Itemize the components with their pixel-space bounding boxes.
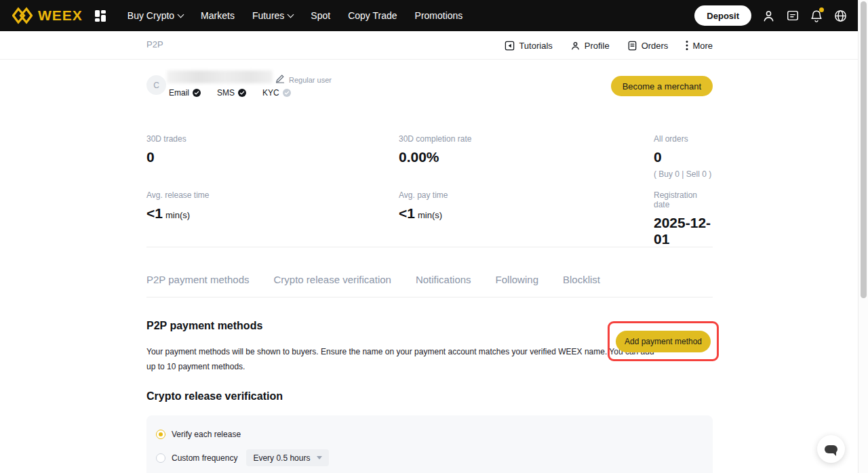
username-blurred (167, 70, 273, 83)
tab-p2p-payment-methods[interactable]: P2P payment methods (146, 274, 249, 285)
orders-link[interactable]: Orders (627, 41, 669, 51)
nav-item-buy-crypto[interactable]: Buy Crypto (119, 10, 192, 21)
chevron-down-icon (288, 12, 294, 18)
sms-verified: SMS (217, 88, 246, 98)
crypto-release-verification-title: Crypto release verification (146, 390, 283, 403)
frequency-dropdown[interactable]: Every 0.5 hours (246, 449, 329, 466)
logo-text: WEEX (38, 7, 83, 24)
chevron-down-icon (178, 12, 184, 18)
nav-right-cluster: Deposit (694, 0, 848, 31)
avatar[interactable]: C (146, 75, 166, 95)
tab-following[interactable]: Following (496, 274, 538, 285)
tutorials-icon (505, 41, 515, 51)
payment-methods-title: P2P payment methods (146, 320, 262, 332)
highlight-annotation-box: Add payment method (608, 321, 719, 361)
p2p-user-center: C Regular user Email SMS KYC Become a m (146, 60, 713, 473)
check-circle-icon (283, 89, 291, 97)
main-menu: Buy Crypto Markets Futures Spot Copy Tra… (119, 10, 472, 21)
top-nav: WEEX Buy Crypto Markets Futures Spot Co (0, 0, 868, 31)
check-circle-icon (193, 89, 201, 97)
kyc-unverified: KYC (262, 88, 291, 98)
tab-crypto-release-verification[interactable]: Crypto release verification (273, 274, 391, 285)
option-verify-each-release[interactable]: Verify each release (156, 430, 241, 439)
subnav-links: Tutorials Profile Orders More (505, 31, 713, 60)
add-payment-method-button[interactable]: Add payment method (616, 331, 711, 352)
support-chat-button[interactable] (817, 435, 845, 463)
payment-methods-description: Your payment methods will be shown to bu… (146, 344, 654, 374)
weex-logo[interactable]: WEEX (12, 7, 83, 24)
more-link[interactable]: More (686, 40, 713, 51)
verification-row: Email SMS KYC (169, 88, 291, 98)
orders-icon (627, 41, 637, 51)
divider (146, 247, 713, 247)
tab-blocklist[interactable]: Blocklist (563, 274, 600, 285)
tab-notifications[interactable]: Notifications (416, 274, 471, 285)
page-scrollbar[interactable] (858, 0, 868, 473)
language-globe-icon[interactable] (833, 9, 848, 23)
check-circle-icon (238, 89, 246, 97)
buy-sell-breakdown: ( Buy 0 | Sell 0 ) (654, 169, 711, 179)
profile-link[interactable]: Profile (570, 41, 610, 51)
more-dots-icon (686, 40, 688, 51)
nav-item-promotions[interactable]: Promotions (406, 10, 472, 21)
support-chat-icon[interactable] (786, 9, 800, 22)
nav-item-copy-trade[interactable]: Copy Trade (339, 10, 406, 21)
option-custom-frequency[interactable]: Custom frequency Every 0.5 hours (156, 449, 329, 466)
settings-tabs: P2P payment methods Crypto release verif… (146, 274, 600, 285)
divider (146, 297, 713, 297)
weex-logo-icon (12, 7, 33, 24)
stat-avg-release-time: Avg. release time <1min(s) (146, 190, 210, 222)
p2p-subheader: P2P Tutorials Profile Orders (0, 31, 859, 60)
tutorials-link[interactable]: Tutorials (505, 41, 552, 51)
stat-all-orders: All orders 0 ( Buy 0 | Sell 0 ) (654, 134, 711, 179)
profile-icon (570, 41, 580, 51)
stat-avg-pay-time: Avg. pay time <1min(s) (399, 190, 448, 222)
breadcrumb[interactable]: P2P (146, 39, 163, 49)
stat-30d-completion-rate: 30D completion rate 0.00% (399, 134, 471, 165)
nav-item-markets[interactable]: Markets (192, 10, 243, 21)
notification-dot (819, 7, 824, 12)
chat-bubble-icon (825, 445, 837, 453)
notifications-bell-icon[interactable] (810, 9, 823, 23)
email-verified: Email (169, 88, 201, 98)
deposit-button[interactable]: Deposit (694, 5, 751, 26)
radio-unselected[interactable] (156, 453, 165, 463)
nav-item-spot[interactable]: Spot (302, 10, 339, 21)
stat-30d-trades: 30D trades 0 (146, 134, 186, 165)
release-verification-panel: Verify each release Custom frequency Eve… (146, 415, 713, 473)
stat-registration-date: Registration date 2025-12-01 (654, 190, 713, 247)
scrollbar-thumb[interactable] (861, 1, 867, 298)
apps-grid-icon[interactable] (95, 10, 106, 22)
role-badge: Regular user (289, 76, 332, 84)
user-icon[interactable] (762, 9, 776, 23)
become-merchant-button[interactable]: Become a merchant (611, 76, 713, 96)
nav-item-futures[interactable]: Futures (243, 10, 302, 21)
radio-selected[interactable] (156, 430, 165, 439)
chevron-down-icon (317, 456, 322, 459)
edit-name-icon[interactable] (275, 74, 285, 83)
